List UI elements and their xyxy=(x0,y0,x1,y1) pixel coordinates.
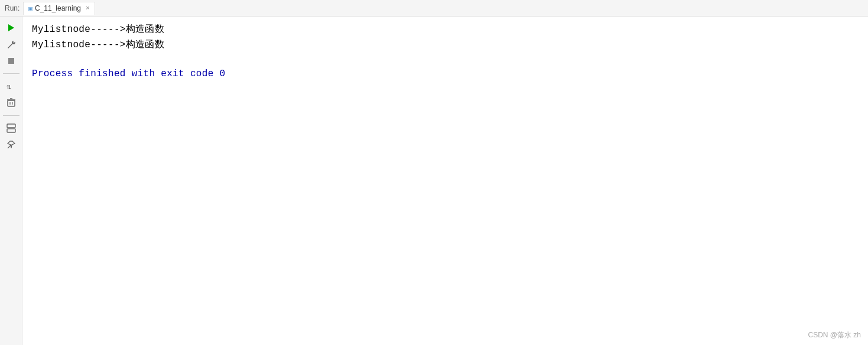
output-line-2: Mylistnode----->构造函数 xyxy=(32,38,859,53)
tab-name: C_11_learning xyxy=(35,4,81,12)
play-icon[interactable] xyxy=(5,21,18,34)
top-bar: Run: ▣ C_11_learning × xyxy=(0,0,868,17)
svg-rect-1 xyxy=(8,58,14,64)
content-area: Mylistnode----->构造函数 Mylistnode----->构造函… xyxy=(22,17,868,345)
sidebar: ⇅ xyxy=(0,17,22,345)
divider-1 xyxy=(3,73,19,74)
wrench-icon[interactable] xyxy=(5,38,18,51)
main-area: ⇅ xyxy=(0,17,868,345)
svg-text:⇅: ⇅ xyxy=(6,83,11,91)
svg-rect-9 xyxy=(7,129,15,132)
active-tab[interactable]: ▣ C_11_learning × xyxy=(23,2,95,15)
tab-icon: ▣ xyxy=(28,5,32,12)
delete-icon[interactable] xyxy=(5,96,18,109)
stop-icon[interactable] xyxy=(5,54,18,67)
process-finished-line: Process finished with exit code 0 xyxy=(32,67,859,82)
svg-rect-3 xyxy=(8,100,15,106)
divider-2 xyxy=(3,115,19,116)
layout-icon[interactable] xyxy=(5,122,18,135)
rerun-icon[interactable]: ⇅ xyxy=(5,80,18,93)
watermark: CSDN @落水 zh xyxy=(808,330,861,340)
run-label: Run: xyxy=(5,4,19,12)
svg-rect-8 xyxy=(7,124,15,128)
pin-icon[interactable] xyxy=(5,138,18,151)
output-line-1: Mylistnode----->构造函数 xyxy=(32,22,859,38)
svg-marker-0 xyxy=(8,24,14,31)
tab-close-button[interactable]: × xyxy=(86,5,90,12)
